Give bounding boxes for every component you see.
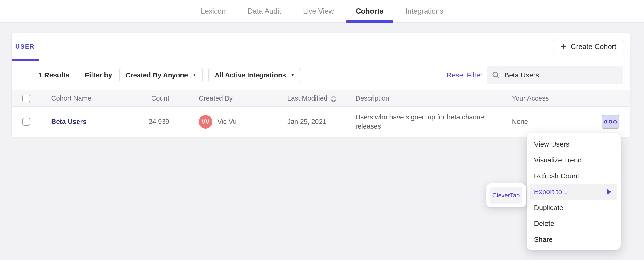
reset-filter-link[interactable]: Reset Filter xyxy=(447,60,482,90)
menu-item-visualize-trend[interactable]: Visualize Trend xyxy=(526,152,621,168)
column-header-cohort-name: Cohort Name xyxy=(51,90,91,106)
nav-tab-integrations[interactable]: Integrations xyxy=(396,0,453,22)
create-cohort-label: Create Cohort xyxy=(571,42,616,51)
tab-user-label: USER xyxy=(15,43,35,50)
caret-down-icon: ▼ xyxy=(290,73,294,78)
cohort-count: 24,939 xyxy=(148,118,169,126)
nav-tab-label: Cohorts xyxy=(356,7,384,16)
avatar-initials: VV xyxy=(202,118,209,125)
integrations-dropdown-value: All Active Integrations xyxy=(214,72,286,79)
row-actions-menu: View Users Visualize Trend Refresh Count… xyxy=(526,133,621,250)
column-header-last-modified[interactable]: Last Modified xyxy=(287,90,336,106)
active-tab-underline xyxy=(346,20,394,23)
nav-tab-data-audit[interactable]: Data Audit xyxy=(238,0,291,22)
avatar: VV xyxy=(199,115,212,128)
top-navigation: Lexicon Data Audit Live View Cohorts Int… xyxy=(0,0,644,23)
nav-tab-lexicon[interactable]: Lexicon xyxy=(191,0,236,22)
search-input[interactable] xyxy=(504,71,618,79)
nav-tab-label: Lexicon xyxy=(201,7,226,16)
plus-icon: + xyxy=(561,42,566,51)
sort-icon[interactable] xyxy=(330,95,336,103)
nav-tab-label: Data Audit xyxy=(248,7,281,16)
menu-item-label: Export to... xyxy=(534,188,568,196)
reset-filter-label: Reset Filter xyxy=(447,71,482,79)
creator-name: Vic Vu xyxy=(218,118,236,126)
submenu-item-clevertap[interactable]: CleverTap xyxy=(490,187,522,204)
export-submenu: CleverTap xyxy=(486,184,526,207)
search-box xyxy=(486,66,623,84)
nav-tab-live-view[interactable]: Live View xyxy=(293,0,344,22)
panel-header: USER + Create Cohort xyxy=(12,33,630,60)
menu-item-view-users[interactable]: View Users xyxy=(526,136,621,152)
menu-item-refresh-count[interactable]: Refresh Count xyxy=(526,168,621,184)
cohorts-panel: USER + Create Cohort 1 Results Filter by… xyxy=(12,33,630,137)
column-header-description: Description xyxy=(356,90,504,106)
table-row: Beta Users 24,939 VV Vic Vu Jan 25, 2021… xyxy=(12,107,630,137)
select-all-checkbox[interactable] xyxy=(22,94,30,102)
create-cohort-button[interactable]: + Create Cohort xyxy=(553,39,624,54)
more-actions-button[interactable] xyxy=(602,114,619,129)
menu-item-delete[interactable]: Delete xyxy=(526,216,621,232)
cohort-description: Users who have signed up for beta channe… xyxy=(356,113,504,131)
search-icon xyxy=(492,71,500,79)
nav-tab-label: Integrations xyxy=(405,7,443,16)
column-header-created-by: Created By xyxy=(199,90,232,106)
results-count: 1 Results xyxy=(38,71,69,79)
created-by-dropdown-value: Created By Anyone xyxy=(126,72,188,79)
row-checkbox[interactable] xyxy=(22,118,30,126)
cohorts-page: Lexicon Data Audit Live View Cohorts Int… xyxy=(0,0,644,260)
cohort-name-link[interactable]: Beta Users xyxy=(51,118,87,126)
menu-item-share[interactable]: Share xyxy=(526,232,621,248)
tab-user[interactable]: USER xyxy=(12,33,38,60)
table-header: Cohort Name Count Created By Last Modifi… xyxy=(12,90,630,107)
nav-tab-label: Live View xyxy=(303,7,334,16)
integrations-dropdown[interactable]: All Active Integrations ▼ xyxy=(208,68,301,82)
menu-item-export-to[interactable]: Export to... xyxy=(530,184,618,200)
caret-down-icon: ▼ xyxy=(193,73,196,78)
divider xyxy=(77,68,77,82)
access-value: None xyxy=(512,118,528,126)
filter-by-label: Filter by xyxy=(85,71,112,79)
menu-item-duplicate[interactable]: Duplicate xyxy=(526,200,621,216)
column-header-count: Count xyxy=(119,90,169,106)
last-modified-date: Jan 25, 2021 xyxy=(287,118,326,126)
created-by-dropdown[interactable]: Created By Anyone ▼ xyxy=(119,68,203,82)
column-header-label: Last Modified xyxy=(287,94,328,102)
nav-tab-cohorts[interactable]: Cohorts xyxy=(346,0,394,22)
column-header-your-access: Your Access xyxy=(512,90,549,106)
submenu-arrow-icon xyxy=(607,189,611,195)
ellipsis-icon xyxy=(604,120,617,124)
filter-bar: 1 Results Filter by Created By Anyone ▼ … xyxy=(12,60,630,90)
